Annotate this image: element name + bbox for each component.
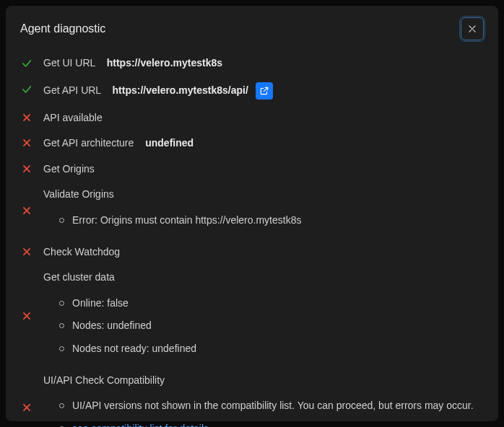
status-icon-wrap	[20, 311, 33, 321]
x-icon	[22, 402, 32, 413]
x-icon	[22, 206, 32, 216]
check-icon	[21, 58, 32, 69]
row-label: Get cluster data	[43, 271, 115, 283]
row-get-ui-url: Get UI URL https://velero.mytestk8s	[20, 50, 484, 76]
x-icon	[22, 311, 32, 321]
row-validate-origins: Validate Origins Error: Origins must con…	[20, 182, 484, 239]
agent-diagnostic-dialog: Agent diagnostic Get UI URL https://vele…	[6, 6, 498, 421]
list-item: Nodes not ready: undefined	[43, 338, 484, 361]
row-api-architecture: Get API architecture undefined	[20, 131, 484, 157]
row-cluster-data: Get cluster data Online: false Nodes: un…	[20, 265, 484, 367]
row-value: https://velero.mytestk8s/api/	[113, 84, 248, 96]
status-icon-wrap	[20, 206, 33, 216]
status-icon-wrap	[20, 245, 33, 257]
x-icon	[22, 138, 32, 148]
sub-list: UI/API versions not shown in the compati…	[43, 395, 484, 427]
dialog-title: Agent diagnostic	[20, 22, 105, 35]
status-icon-wrap	[20, 136, 33, 148]
row-get-api-url: Get API URL https://velero.mytestk8s/api…	[20, 76, 484, 105]
list-item: see compatibility list for details	[43, 418, 484, 427]
row-content: Get API architecture undefined	[43, 136, 484, 151]
close-icon	[467, 24, 477, 34]
row-get-origins: Get Origins	[20, 157, 484, 182]
row-content: Get cluster data Online: false Nodes: un…	[43, 270, 484, 361]
row-value: https://velero.mytestk8s	[107, 57, 222, 69]
list-item: UI/API versions not shown in the compati…	[43, 395, 484, 418]
row-label: Get Origins	[43, 163, 95, 175]
row-check-watchdog: Check Watchdog	[20, 239, 484, 265]
compatibility-list-link[interactable]: see compatibility list for details	[72, 423, 209, 427]
status-icon-wrap	[20, 402, 33, 413]
list-item: Error: Origins must contain https://vele…	[43, 209, 484, 232]
x-icon	[22, 247, 32, 257]
row-label: Get UI URL	[43, 57, 95, 69]
sub-list: Online: false Nodes: undefined Nodes not…	[43, 292, 484, 361]
row-content: UI/API Check Compatibility UI/API versio…	[43, 374, 484, 427]
row-label: UI/API Check Compatibility	[43, 374, 165, 386]
row-label: Get API architecture	[43, 137, 134, 149]
external-link-icon	[259, 86, 269, 96]
list-item: Online: false	[43, 292, 484, 315]
label-value-group: Get API URL https://velero.mytestk8s/api…	[43, 84, 248, 98]
list-item: Nodes: undefined	[43, 314, 484, 338]
row-label: Get API URL	[43, 84, 101, 96]
row-value: undefined	[145, 137, 194, 149]
sub-list: Error: Origins must contain https://vele…	[43, 209, 484, 232]
x-icon	[22, 164, 32, 174]
row-content: Get API URL https://velero.mytestk8s/api…	[43, 82, 484, 100]
row-content: Validate Origins Error: Origins must con…	[43, 188, 484, 233]
status-icon-wrap	[20, 56, 33, 69]
row-label: Validate Origins	[43, 188, 114, 200]
row-content: API available	[43, 111, 484, 126]
row-compatibility: UI/API Check Compatibility UI/API versio…	[20, 368, 484, 427]
row-content: Get UI URL https://velero.mytestk8s	[43, 56, 484, 71]
status-icon-wrap	[20, 111, 33, 123]
close-button[interactable]	[461, 17, 484, 40]
row-label: Check Watchdog	[43, 246, 120, 257]
open-api-url-button[interactable]	[256, 82, 273, 100]
status-icon-wrap	[20, 82, 33, 95]
row-label: API available	[43, 112, 103, 123]
dialog-header: Agent diagnostic	[6, 6, 498, 48]
diagnostic-list: Get UI URL https://velero.mytestk8s Get …	[6, 48, 498, 427]
x-icon	[22, 113, 32, 123]
status-icon-wrap	[20, 162, 33, 174]
row-content: Check Watchdog	[43, 245, 484, 260]
row-content: Get Origins	[43, 162, 484, 177]
row-api-available: API available	[20, 105, 484, 131]
check-icon	[21, 84, 32, 95]
